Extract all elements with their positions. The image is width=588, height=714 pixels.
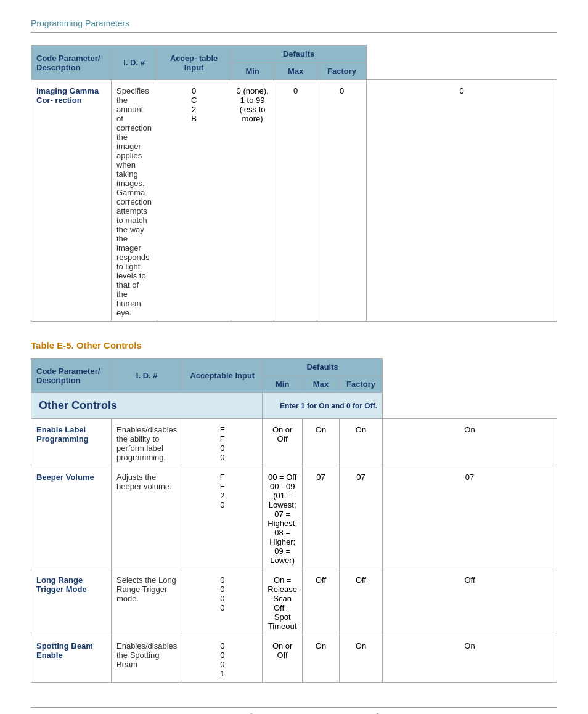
th-min-2: Min <box>263 376 303 393</box>
table-other-controls: Code Parameter/ Description I. D. # Acce… <box>31 358 557 683</box>
breadcrumb: Programming Parameters <box>31 18 557 28</box>
th-param-2: Code Parameter/ Description <box>31 359 112 393</box>
row-id-0: F F 0 0 <box>182 419 263 466</box>
row-factory: 0 <box>367 80 557 322</box>
row-max-2: Off <box>340 569 383 635</box>
row-min-3: On <box>303 635 340 683</box>
section-note: Enter 1 for On and 0 for Off. <box>263 393 383 419</box>
row-max-0: On <box>340 419 383 466</box>
row-acceptable-0: On or Off <box>263 419 303 466</box>
row-id: 0 C 2 B <box>157 80 231 322</box>
th-factory-1: Factory <box>317 63 367 80</box>
row-factory-1: 07 <box>383 466 557 569</box>
row-min: 0 <box>274 80 317 322</box>
th-max-2: Max <box>303 376 340 393</box>
row-min-2: Off <box>303 569 340 635</box>
row-label: Imaging Gamma Cor- rection <box>31 80 112 322</box>
row-min-0: On <box>303 419 340 466</box>
row-acceptable-1: 00 = Off 00 - 09 (01 = Lowest; 07 = High… <box>263 466 303 569</box>
row-id-2: 0 0 0 0 <box>182 569 263 635</box>
footer: E-34 Falcon® 4400 Series with Windows Mo… <box>31 707 557 714</box>
row-factory-3: On <box>383 635 557 683</box>
th-id-1: I. D. # <box>112 46 157 80</box>
row-id-3: 0 0 0 1 <box>182 635 263 683</box>
row-label-2: Long Range Trigger Mode <box>31 569 112 635</box>
row-acceptable: 0 (none), 1 to 99 (less to more) <box>231 80 274 322</box>
row-label-3: Spotting Beam Enable <box>31 635 112 683</box>
th-defaults-1: Defaults <box>231 46 367 63</box>
row-acceptable-2: On = Release Scan Off = Spot Timeout <box>263 569 303 635</box>
row-id-1: F F 2 0 <box>182 466 263 569</box>
th-acceptable-2: Acceptable Input <box>182 359 263 393</box>
row-max: 0 <box>317 80 367 322</box>
table-row: Spotting Beam Enable Enables/disables th… <box>31 635 557 683</box>
row-acceptable-3: On or Off <box>263 635 303 683</box>
row-desc-2: Selects the Long Range Trigger mode. <box>112 569 182 635</box>
row-desc-1: Adjusts the beeper volume. <box>112 466 182 569</box>
th-param-1: Code Parameter/ Description <box>31 46 112 80</box>
row-max-3: On <box>340 635 383 683</box>
row-desc-0: Enables/disables the ability to perform … <box>112 419 182 466</box>
title-divider <box>31 32 557 33</box>
row-label-0: Enable Label Programming <box>31 419 112 466</box>
row-min-1: 07 <box>303 466 340 569</box>
table-row: Imaging Gamma Cor- rection Specifies the… <box>31 80 557 322</box>
row-desc: Specifies the amount of correction the i… <box>112 80 157 322</box>
row-desc-3: Enables/disables the Spotting Beam <box>112 635 182 683</box>
section-header-label: Other Controls <box>31 393 263 419</box>
section-header-row: Other Controls Enter 1 for On and 0 for … <box>31 393 557 419</box>
row-factory-0: On <box>383 419 557 466</box>
row-factory-2: Off <box>383 569 557 635</box>
table-imaging-gamma: Code Parameter/ Description I. D. # Acce… <box>31 45 557 322</box>
th-max-1: Max <box>274 63 317 80</box>
row-max-1: 07 <box>340 466 383 569</box>
th-defaults-2: Defaults <box>263 359 383 376</box>
th-factory-2: Factory <box>340 376 383 393</box>
th-min-1: Min <box>231 63 274 80</box>
th-acceptable-1: Accep- table Input <box>157 46 231 80</box>
row-label-1: Beeper Volume <box>31 466 112 569</box>
table-row: Long Range Trigger Mode Selects the Long… <box>31 569 557 635</box>
table-row: Beeper Volume Adjusts the beeper volume.… <box>31 466 557 569</box>
table2-title: Table E-5. Other Controls <box>31 340 557 351</box>
table-row: Enable Label Programming Enables/disable… <box>31 419 557 466</box>
th-id-2: I. D. # <box>112 359 182 393</box>
